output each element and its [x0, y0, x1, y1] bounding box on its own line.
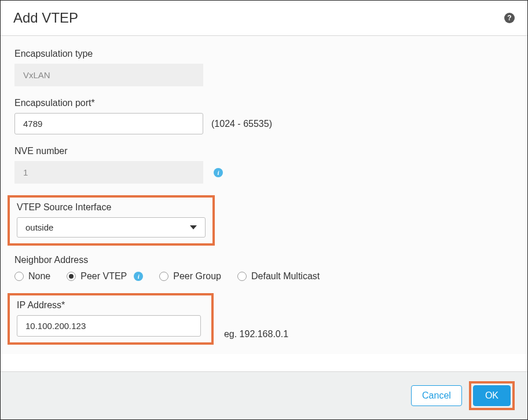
radio-peer-vtep-icon [67, 272, 76, 281]
ip-address-hint: eg. 192.168.0.1 [224, 329, 288, 339]
ip-address-input[interactable] [17, 315, 201, 337]
field-nve-number: NVE number 1 i [14, 146, 514, 184]
radio-none-icon [14, 272, 24, 281]
radio-peer-vtep-label: Peer VTEP [80, 271, 127, 282]
highlight-ip-address: IP Address* [8, 293, 214, 345]
dialog-content: Encapsulation type VxLAN Encapsulation p… [1, 36, 527, 354]
highlight-ok: OK [469, 381, 515, 410]
dialog-footer: Cancel OK [1, 371, 527, 419]
radio-peer-group-icon [159, 272, 168, 281]
field-encapsulation-port: Encapsulation port* (1024 - 65535) [14, 98, 514, 134]
radio-peer-group[interactable]: Peer Group [159, 271, 221, 282]
field-encapsulation-type: Encapsulation type VxLAN [14, 49, 514, 86]
info-icon[interactable]: i [134, 272, 143, 281]
encapsulation-port-hint: (1024 - 65535) [211, 119, 272, 129]
help-icon[interactable]: ? [504, 13, 515, 23]
ok-button[interactable]: OK [473, 385, 511, 406]
highlight-vtep-source: VTEP Source Interface outside [8, 195, 215, 246]
chevron-down-icon [190, 225, 197, 229]
radio-none[interactable]: None [14, 271, 50, 282]
encapsulation-port-label: Encapsulation port* [14, 98, 514, 108]
nve-number-label: NVE number [14, 146, 514, 156]
ip-address-label: IP Address* [14, 300, 204, 311]
vtep-source-label: VTEP Source Interface [14, 202, 206, 213]
radio-peer-vtep[interactable]: Peer VTEP i [67, 271, 143, 282]
dialog-header: Add VTEP ? [1, 1, 527, 36]
radio-default-multicast[interactable]: Default Multicast [237, 271, 320, 282]
encapsulation-type-value: VxLAN [14, 64, 203, 86]
vtep-source-select[interactable]: outside [17, 217, 206, 238]
encapsulation-type-label: Encapsulation type [14, 49, 514, 59]
nve-number-value: 1 [14, 161, 203, 184]
radio-default-multicast-label: Default Multicast [251, 271, 320, 282]
vtep-source-selected: outside [25, 222, 53, 232]
encapsulation-port-input[interactable] [14, 113, 203, 134]
cancel-button[interactable]: Cancel [411, 385, 462, 406]
neighbor-address-label: Neighbor Address [14, 255, 514, 265]
info-icon[interactable]: i [214, 168, 223, 177]
radio-peer-group-label: Peer Group [173, 271, 221, 282]
radio-default-multicast-icon [237, 272, 247, 281]
field-neighbor-address: Neighbor Address None Peer VTEP i Peer G… [14, 255, 514, 282]
dialog-title: Add VTEP [13, 10, 78, 26]
radio-none-label: None [28, 271, 50, 282]
